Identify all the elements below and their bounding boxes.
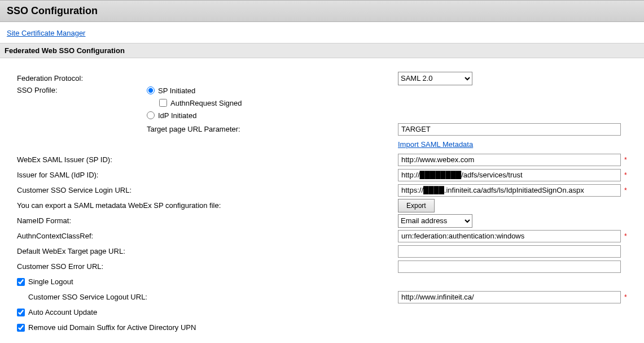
idp-initiated-label: IdP Initiated: [158, 111, 196, 120]
remove-uid-suffix-label: Remove uid Domain Suffix for Active Dire…: [28, 323, 196, 332]
default-target-label: Default WebEx Target page URL:: [17, 247, 398, 255]
logout-url-label: Customer SSO Service Logout URL:: [17, 293, 392, 301]
sp-id-input[interactable]: [398, 154, 621, 166]
export-button[interactable]: Export: [398, 199, 435, 212]
logout-url-input[interactable]: [398, 291, 621, 303]
site-certificate-manager-link[interactable]: Site Certificate Manager: [7, 29, 85, 37]
required-mark: *: [624, 156, 627, 164]
login-url-input[interactable]: [398, 184, 621, 197]
idp-id-label: Issuer for SAML (IdP ID):: [17, 171, 398, 179]
authn-ctx-input[interactable]: [398, 230, 621, 242]
required-mark: *: [624, 186, 627, 194]
required-mark: *: [624, 171, 627, 179]
required-mark: *: [624, 293, 627, 301]
error-url-input[interactable]: [398, 260, 621, 273]
federation-protocol-select[interactable]: SAML 2.0: [398, 72, 472, 85]
nameid-format-select[interactable]: Email address: [398, 214, 472, 228]
target-page-url-param-label: Target page URL Parameter:: [147, 125, 240, 133]
title-bar: SSO Configuration: [0, 0, 644, 22]
idp-initiated-radio[interactable]: [147, 111, 155, 119]
target-page-url-param-input[interactable]: [398, 123, 621, 136]
default-target-input[interactable]: [398, 245, 621, 258]
page-title: SSO Configuration: [7, 5, 637, 17]
login-url-label: Customer SSO Service Login URL:: [17, 186, 398, 194]
export-note-label: You can export a SAML metadata WebEx SP …: [17, 201, 398, 210]
form-area: Federation Protocol: SAML 2.0 SSO Profil…: [0, 58, 644, 340]
nameid-format-label: NameID Format:: [17, 216, 398, 225]
section-title: Federated Web SSO Configuration: [0, 43, 644, 58]
sp-initiated-label: SP Initiated: [158, 86, 195, 95]
authn-request-signed-label: AuthnRequest Signed: [170, 99, 242, 107]
import-saml-metadata-link[interactable]: Import SAML Metadata: [398, 140, 473, 149]
auto-account-update-checkbox[interactable]: [17, 309, 25, 316]
auto-account-update-label: Auto Account Update: [28, 308, 97, 316]
federation-protocol-label: Federation Protocol:: [17, 74, 398, 83]
authn-ctx-label: AuthnContextClassRef:: [17, 232, 398, 240]
sso-profile-label: SSO Profile:: [17, 86, 147, 94]
idp-id-input[interactable]: [398, 169, 621, 181]
single-logout-label: Single Logout: [28, 277, 73, 286]
authn-request-signed-checkbox[interactable]: [159, 99, 167, 107]
sp-id-label: WebEx SAML Issuer (SP ID):: [17, 155, 398, 164]
error-url-label: Customer SSO Error URL:: [17, 262, 398, 271]
remove-uid-suffix-checkbox[interactable]: [17, 324, 25, 332]
sp-initiated-radio[interactable]: [147, 86, 155, 94]
required-mark: *: [624, 232, 627, 240]
single-logout-checkbox[interactable]: [17, 278, 25, 286]
link-row: Site Certificate Manager: [0, 22, 644, 43]
